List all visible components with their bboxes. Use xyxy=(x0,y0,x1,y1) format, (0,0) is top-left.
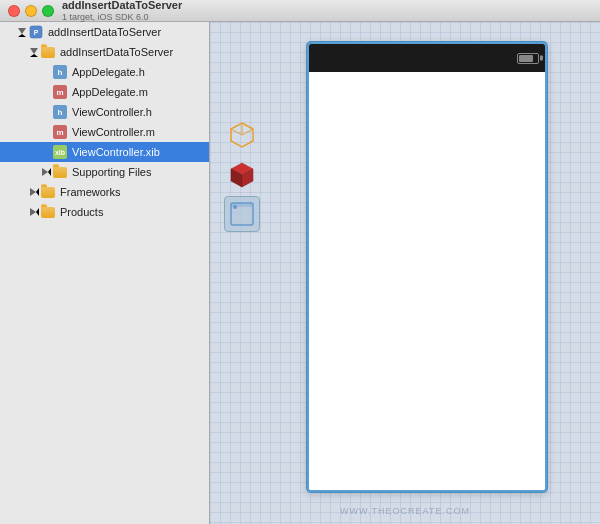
sidebar-item-label: ViewController.m xyxy=(72,126,155,138)
xib-file-icon: xib xyxy=(52,144,68,160)
battery-fill xyxy=(519,55,533,62)
sidebar-item-viewcontroller-xib[interactable]: xib ViewController.xib xyxy=(0,142,209,162)
window-title: addInsertDataToServer xyxy=(62,0,182,12)
title-bar-text: addInsertDataToServer 1 target, iOS SDK … xyxy=(62,0,182,24)
sidebar-item-label: ViewController.xib xyxy=(72,146,160,158)
disclosure-arrow xyxy=(28,206,40,218)
sidebar-item-label: addInsertDataToServer xyxy=(60,46,173,58)
sidebar-item-supporting-files[interactable]: Supporting Files xyxy=(0,162,209,182)
sidebar-item-label: addInsertDataToServer xyxy=(48,26,161,38)
view-object-icon[interactable] xyxy=(224,196,260,232)
sidebar-item-products[interactable]: Products xyxy=(0,202,209,222)
sidebar-item-viewcontroller-m[interactable]: m ViewController.m xyxy=(0,122,209,142)
editor-area: WWW.THEOCREATE.COM xyxy=(210,22,600,524)
m-file-icon: m xyxy=(52,124,68,140)
disclosure-arrow xyxy=(28,186,40,198)
object-solid-icon[interactable] xyxy=(224,156,260,192)
h-file-icon: h xyxy=(52,104,68,120)
disclosure-arrow xyxy=(28,46,40,58)
window-controls xyxy=(8,5,54,17)
folder-icon xyxy=(40,184,56,200)
object-library-icon[interactable] xyxy=(224,116,260,152)
svg-rect-11 xyxy=(231,203,253,207)
disclosure-arrow xyxy=(16,26,28,38)
svg-line-4 xyxy=(242,129,253,135)
svg-text:P: P xyxy=(34,29,39,36)
svg-line-5 xyxy=(231,129,242,135)
minimize-button[interactable] xyxy=(25,5,37,17)
sidebar-item-viewcontroller-h[interactable]: h ViewController.h xyxy=(0,102,209,122)
iphone-frame xyxy=(307,42,547,492)
m-file-icon: m xyxy=(52,84,68,100)
sidebar-item-label: ViewController.h xyxy=(72,106,152,118)
sidebar: P addInsertDataToServer addInsertDataToS… xyxy=(0,22,210,524)
sidebar-item-label: AppDelegate.h xyxy=(72,66,145,78)
folder-icon xyxy=(40,204,56,220)
h-file-icon: h xyxy=(52,64,68,80)
folder-icon xyxy=(40,44,56,60)
sidebar-item-label: Supporting Files xyxy=(72,166,152,178)
battery-icon xyxy=(517,53,539,64)
close-button[interactable] xyxy=(8,5,20,17)
object-panel xyxy=(220,32,264,232)
sidebar-item-label: Products xyxy=(60,206,103,218)
sidebar-item-group-main[interactable]: addInsertDataToServer xyxy=(0,42,209,62)
sidebar-item-root-project[interactable]: P addInsertDataToServer xyxy=(0,22,209,42)
disclosure-arrow xyxy=(40,166,52,178)
watermark: WWW.THEOCREATE.COM xyxy=(340,506,470,516)
project-icon: P xyxy=(28,24,44,40)
title-bar: addInsertDataToServer 1 target, iOS SDK … xyxy=(0,0,600,22)
iphone-canvas xyxy=(264,32,590,492)
sidebar-item-label: Frameworks xyxy=(60,186,121,198)
sidebar-item-frameworks[interactable]: Frameworks xyxy=(0,182,209,202)
iphone-statusbar xyxy=(309,44,545,72)
folder-icon xyxy=(52,164,68,180)
maximize-button[interactable] xyxy=(42,5,54,17)
sidebar-item-appdelegate-h[interactable]: h AppDelegate.h xyxy=(0,62,209,82)
iphone-content xyxy=(309,72,545,490)
sidebar-item-label: AppDelegate.m xyxy=(72,86,148,98)
main-content: P addInsertDataToServer addInsertDataToS… xyxy=(0,22,600,524)
sidebar-item-appdelegate-m[interactable]: m AppDelegate.m xyxy=(0,82,209,102)
